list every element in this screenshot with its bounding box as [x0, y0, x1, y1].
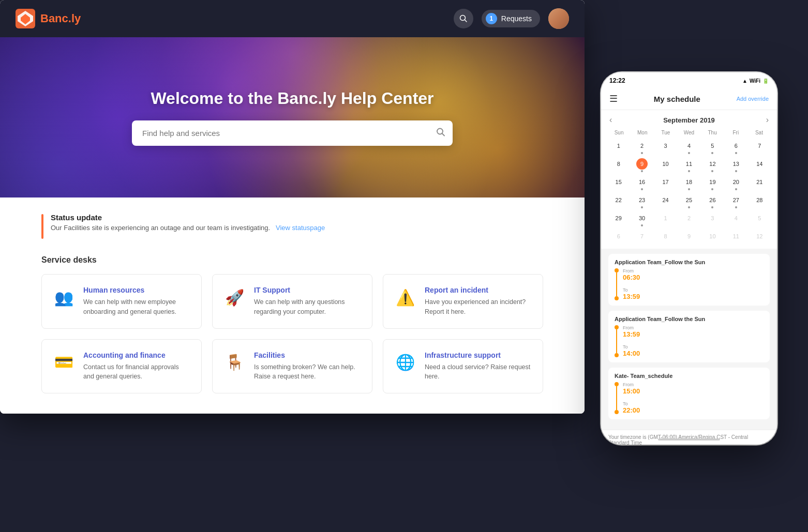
search-submit-button[interactable]: [436, 127, 445, 139]
calendar-day-name: Sat: [747, 129, 771, 136]
content-area: Status update Our Facilities site is exp…: [0, 197, 585, 414]
service-grid: 👥 Human resources We can help with new e…: [41, 274, 543, 393]
calendar-cell[interactable]: 28: [749, 193, 771, 210]
service-info: Facilities Is something broken? We can h…: [254, 351, 362, 382]
time-values: From 15:00 To 22:00: [623, 382, 640, 414]
nav-search-button[interactable]: [454, 9, 473, 28]
service-card[interactable]: 🪑 Facilities Is something broken? We can…: [212, 339, 372, 394]
calendar-cell[interactable]: 3: [701, 211, 724, 228]
add-override-button[interactable]: Add override: [737, 96, 769, 102]
service-icon: 🪑: [223, 351, 246, 374]
service-desc: We can help with new employee onboarding…: [83, 297, 191, 317]
calendar-cell[interactable]: 22: [607, 193, 630, 210]
calendar-cell[interactable]: 2: [678, 211, 700, 228]
calendar-cell[interactable]: 15: [607, 175, 630, 192]
phone-header-title: My schedule: [654, 95, 700, 103]
time-values: From 06:30 To 13:59: [623, 268, 640, 300]
service-desc: Have you experienced an incident? Report…: [425, 297, 532, 317]
calendar-cell[interactable]: 29: [607, 211, 630, 228]
calendar: ‹ September 2019 › SunMonTueWedThuFriSat…: [601, 110, 777, 249]
service-name: Report an incident: [425, 286, 532, 294]
calendar-cell[interactable]: 4: [725, 211, 747, 228]
service-card[interactable]: 👥 Human resources We can help with new e…: [41, 274, 202, 329]
calendar-cell[interactable]: 10: [654, 157, 677, 174]
service-icon: 🌐: [394, 351, 416, 374]
calendar-cell[interactable]: 23: [631, 193, 653, 210]
status-bar-indicator: [41, 214, 43, 239]
calendar-cell[interactable]: 9: [678, 229, 700, 244]
avatar-image: [548, 8, 569, 29]
schedule-item-title: Application Team_Follow the Sun: [615, 259, 764, 265]
avatar[interactable]: [548, 8, 569, 29]
service-name: IT Support: [254, 286, 362, 294]
service-card[interactable]: 🌐 Infrastructure support Need a cloud se…: [383, 339, 543, 394]
time-line: [615, 268, 619, 300]
requests-button[interactable]: 1 Requests: [482, 10, 540, 27]
calendar-cell[interactable]: 8: [654, 229, 677, 244]
service-desc: Need a cloud service? Raise request here…: [425, 362, 532, 382]
hero-title: Welcome to the Banc.ly Help Center: [151, 89, 433, 108]
time-dot-from: [615, 268, 619, 272]
calendar-cell[interactable]: 10: [701, 229, 724, 244]
calendar-cell[interactable]: 4: [678, 139, 700, 156]
calendar-cell[interactable]: 26: [701, 193, 724, 210]
calendar-cell[interactable]: 17: [654, 175, 677, 192]
svg-line-6: [442, 133, 445, 136]
calendar-day-name: Wed: [677, 129, 700, 136]
calendar-cell[interactable]: 20: [725, 175, 747, 192]
phone-menu-icon[interactable]: ☰: [609, 93, 618, 104]
schedule-time-block: From 15:00 To 22:00: [615, 382, 764, 414]
calendar-cell[interactable]: 21: [749, 175, 771, 192]
calendar-cell[interactable]: 11: [678, 157, 700, 174]
requests-badge: 1: [486, 13, 497, 24]
calendar-cell[interactable]: 6: [725, 139, 747, 156]
status-page-link[interactable]: View statuspage: [276, 224, 325, 232]
status-update: Status update Our Facilities site is exp…: [41, 213, 543, 239]
calendar-cell[interactable]: 5: [701, 139, 724, 156]
calendar-cell[interactable]: 14: [749, 157, 771, 174]
service-card[interactable]: 💳 Accounting and finance Contact us for …: [41, 339, 202, 394]
calendar-cell[interactable]: 24: [654, 193, 677, 210]
calendar-cell[interactable]: 1: [654, 211, 677, 228]
calendar-cell[interactable]: 12: [749, 229, 771, 244]
calendar-cell[interactable]: 7: [631, 229, 653, 244]
calendar-cell[interactable]: 3: [654, 139, 677, 156]
time-connector: [616, 386, 617, 410]
calendar-cell[interactable]: 16: [631, 175, 653, 192]
calendar-cell[interactable]: 2: [631, 139, 653, 156]
to-time: 14:00: [623, 349, 640, 357]
cal-prev-button[interactable]: ‹: [609, 115, 612, 125]
calendar-day-name: Thu: [701, 129, 724, 136]
schedule-time-block: From 06:30 To 13:59: [615, 268, 764, 300]
calendar-cell[interactable]: 6: [607, 229, 630, 244]
calendar-cell[interactable]: 11: [725, 229, 747, 244]
service-card[interactable]: 🚀 IT Support We can help with any questi…: [212, 274, 372, 329]
calendar-cell[interactable]: 9: [631, 157, 653, 174]
logo-text: Banc.ly: [40, 12, 81, 25]
service-name: Human resources: [83, 286, 191, 294]
calendar-cell[interactable]: 18: [678, 175, 700, 192]
from-label: From: [623, 325, 640, 330]
calendar-cell[interactable]: 25: [678, 193, 700, 210]
service-info: Accounting and finance Contact us for fi…: [83, 351, 191, 382]
calendar-cell[interactable]: 7: [749, 139, 771, 156]
calendar-cell[interactable]: 27: [725, 193, 747, 210]
schedule-item: Kate- Team_schedule From 15:00 To 22:00: [608, 368, 770, 419]
calendar-cell[interactable]: 30: [631, 211, 653, 228]
time-connector: [616, 272, 617, 296]
calendar-cell[interactable]: 8: [607, 157, 630, 174]
calendar-cell[interactable]: 1: [607, 139, 630, 156]
time-line: [615, 325, 619, 357]
from-time: 15:00: [623, 387, 640, 395]
calendar-days-header: SunMonTueWedThuFriSat: [607, 129, 771, 136]
service-card[interactable]: ⚠️ Report an incident Have you experienc…: [383, 274, 543, 329]
search-input[interactable]: [132, 120, 453, 146]
calendar-day-name: Mon: [631, 129, 654, 136]
calendar-cell[interactable]: 13: [725, 157, 747, 174]
calendar-cell[interactable]: 5: [749, 211, 771, 228]
time-dot-from: [615, 325, 619, 329]
cal-next-button[interactable]: ›: [766, 115, 769, 125]
calendar-cell[interactable]: 19: [701, 175, 724, 192]
time-dot-to: [615, 353, 619, 357]
calendar-cell[interactable]: 12: [701, 157, 724, 174]
